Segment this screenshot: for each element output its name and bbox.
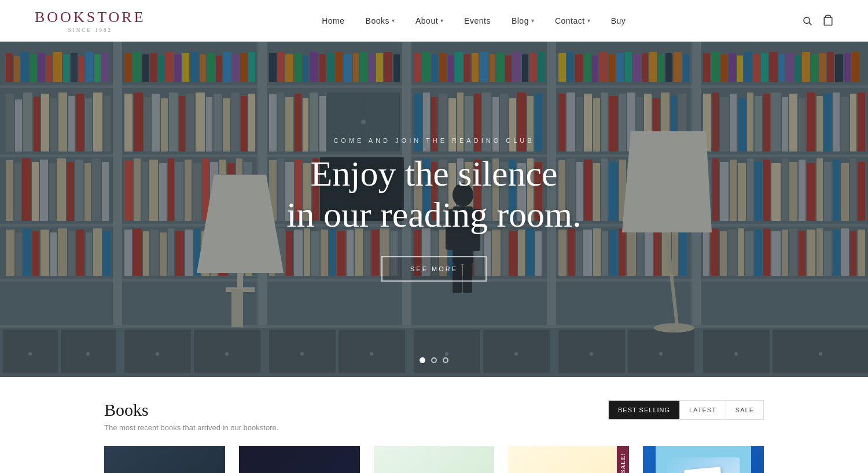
books-dropdown-arrow: ▾ [392, 17, 395, 24]
nav-item-buy[interactable]: Buy [611, 16, 626, 25]
nav-icons-group [802, 14, 833, 27]
book-cover-3: "the most current and clear guide to eat… [374, 446, 495, 473]
blog-dropdown-arrow: ▾ [531, 17, 534, 24]
main-nav: Home Books ▾ About ▾ Events Blog ▾ Conta… [322, 16, 626, 25]
books-heading: Books [104, 400, 278, 420]
book-card-1[interactable]: DANIELLE STEEL [104, 446, 225, 473]
carousel-dot-1[interactable] [420, 357, 425, 363]
books-grid: DANIELLE STEEL #1 NEW YORK TIMES BESTSEL… [104, 446, 764, 473]
carousel-dot-2[interactable] [431, 357, 437, 363]
tab-best-selling[interactable]: BEST SELLING [609, 401, 680, 419]
book-cover-4: SALE! OVER THREE MILLION COPIES SOLD JOR… [508, 446, 629, 473]
books-tabs: BEST SELLING LATEST SALE [608, 400, 764, 420]
tab-sale[interactable]: SALE [726, 401, 763, 419]
hero-section: COME AND JOIN THE READING CLUB Enjoy the… [0, 42, 868, 377]
book-card-4[interactable]: SALE! OVER THREE MILLION COPIES SOLD JOR… [508, 446, 629, 473]
logo-brand: BOOKSTORE [35, 9, 146, 26]
hero-eyebrow: COME AND JOIN THE READING CLUB [333, 137, 534, 144]
site-logo[interactable]: BOOKSTORE SINCE 1982 [35, 9, 146, 33]
search-button[interactable] [802, 16, 812, 26]
carousel-dots [420, 357, 448, 363]
books-subtitle: The most recent books that arrived in ou… [104, 423, 278, 432]
nav-item-events[interactable]: Events [464, 16, 491, 25]
books-title-area: Books The most recent books that arrived… [104, 400, 278, 432]
book-card-5[interactable]: How to Change [643, 446, 764, 473]
nav-item-about[interactable]: About ▾ [415, 16, 443, 25]
carousel-dot-3[interactable] [443, 357, 448, 363]
svg-point-0 [804, 17, 810, 24]
contact-dropdown-arrow: ▾ [587, 17, 590, 24]
book-card-2[interactable]: #1 NEW YORK TIMES BESTSELLER STEPHENHAWK… [239, 446, 360, 473]
nav-item-home[interactable]: Home [322, 16, 344, 25]
book-cover-5: How to Change [643, 446, 764, 473]
svg-rect-2 [824, 17, 832, 25]
nav-item-blog[interactable]: Blog ▾ [512, 16, 534, 25]
nav-item-contact[interactable]: Contact ▾ [555, 16, 590, 25]
book-cover-1: DANIELLE STEEL [104, 446, 225, 473]
svg-line-1 [809, 23, 811, 25]
hero-content: COME AND JOIN THE READING CLUB Enjoy the… [0, 42, 868, 377]
book-cover-2: #1 NEW YORK TIMES BESTSELLER STEPHENHAWK… [239, 446, 360, 473]
about-dropdown-arrow: ▾ [440, 17, 443, 24]
nav-item-books[interactable]: Books ▾ [366, 16, 395, 25]
logo-subtitle: SINCE 1982 [68, 27, 112, 33]
books-section: Books The most recent books that arrived… [0, 377, 868, 473]
books-header: Books The most recent books that arrived… [104, 400, 764, 432]
site-header: BOOKSTORE SINCE 1982 Home Books ▾ About … [0, 0, 868, 42]
cart-button[interactable] [823, 14, 833, 27]
book-card-3[interactable]: "the most current and clear guide to eat… [374, 446, 495, 473]
hero-title: Enjoy the silence in our reading room. [286, 153, 582, 236]
hero-cta-button[interactable]: SEE MORE [381, 256, 487, 282]
tab-latest[interactable]: LATEST [680, 401, 726, 419]
